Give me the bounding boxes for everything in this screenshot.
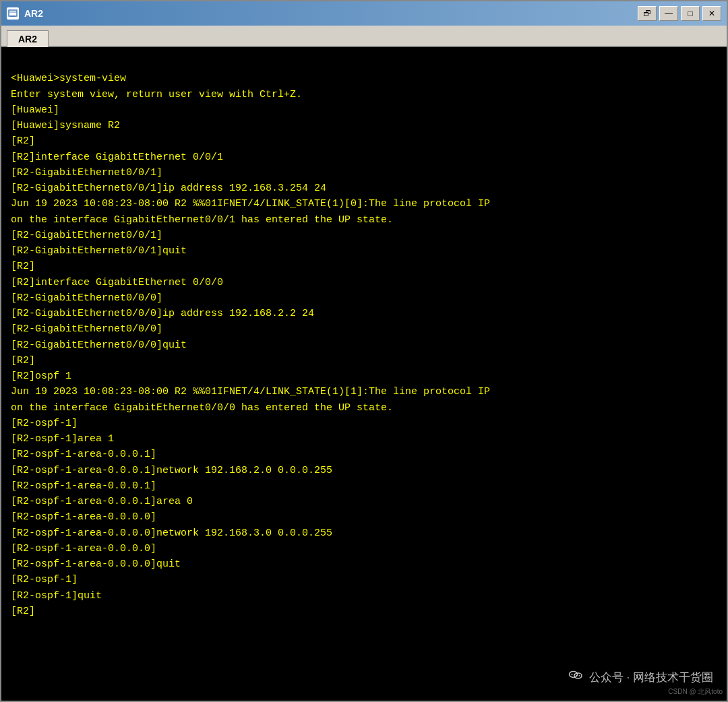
svg-point-8 bbox=[578, 675, 580, 676]
minimize-button[interactable]: — bbox=[659, 6, 678, 21]
tab-bar: AR2 bbox=[1, 26, 727, 47]
svg-point-3 bbox=[569, 672, 577, 678]
restore-button[interactable]: 🗗 bbox=[638, 6, 657, 21]
watermark-text: 公众号 · 网络技术干货圈 bbox=[589, 670, 713, 685]
watermark: 公众号 · 网络技术干货圈 bbox=[568, 668, 713, 687]
tab-ar2-label: AR2 bbox=[18, 34, 37, 44]
window-controls: 🗗 — □ ✕ bbox=[638, 6, 721, 21]
title-bar: AR2 🗗 — □ ✕ bbox=[1, 1, 727, 26]
tab-ar2[interactable]: AR2 bbox=[7, 30, 49, 47]
main-window: AR2 🗗 — □ ✕ AR2 <Huawei>system-view Ente… bbox=[0, 0, 728, 702]
window-title: AR2 bbox=[24, 8, 43, 19]
svg-rect-2 bbox=[10, 15, 16, 17]
svg-point-6 bbox=[574, 673, 582, 678]
title-bar-left: AR2 bbox=[7, 7, 43, 20]
app-icon bbox=[7, 7, 19, 20]
svg-point-7 bbox=[576, 675, 577, 676]
terminal-output: <Huawei>system-view Enter system view, r… bbox=[11, 55, 717, 619]
watermark-icon bbox=[568, 668, 584, 687]
svg-rect-0 bbox=[9, 10, 17, 16]
terminal[interactable]: <Huawei>system-view Enter system view, r… bbox=[1, 47, 727, 701]
csdn-text: CSDN @ 北风toto bbox=[668, 688, 723, 695]
maximize-button[interactable]: □ bbox=[681, 6, 700, 21]
close-button[interactable]: ✕ bbox=[702, 6, 721, 21]
csdn-watermark: CSDN @ 北风toto bbox=[668, 687, 723, 697]
svg-point-4 bbox=[571, 674, 572, 675]
